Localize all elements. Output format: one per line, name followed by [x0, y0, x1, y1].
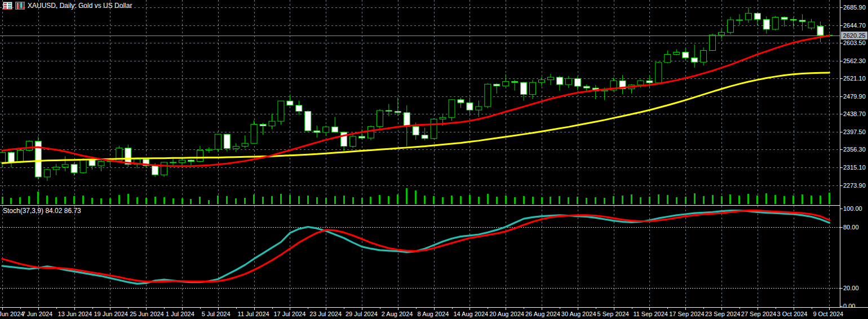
stoch-axis-label-tick — [840, 288, 843, 289]
price-axis-label: 2479.90 — [843, 93, 866, 100]
price-axis-label: 2685.90 — [843, 4, 866, 11]
price-axis-label-tick — [840, 43, 843, 43]
date-label: 11 Sep 2024 — [633, 311, 668, 317]
data-window-icon — [3, 2, 12, 10]
date-label: 5 Sep 2024 — [597, 311, 629, 317]
stoch-main-line — [2, 211, 829, 284]
date-minor-tick — [812, 308, 812, 309]
price-axis-label-tick — [840, 96, 843, 97]
stoch-axis-label-tick — [840, 227, 843, 228]
date-label: 29 Jul 2024 — [346, 311, 378, 317]
date-tick — [218, 308, 219, 310]
date-minor-tick — [200, 308, 201, 309]
date-minor-tick — [164, 308, 165, 309]
date-label: 14 Aug 2024 — [453, 311, 488, 317]
date-tick — [74, 308, 75, 310]
price-axis-label: 2562.30 — [843, 57, 866, 64]
date-label: 26 Aug 2024 — [525, 311, 560, 317]
date-label: 23 Jul 2024 — [309, 311, 342, 317]
price-axis-label: 2356.30 — [843, 146, 866, 153]
date-minor-tick — [452, 308, 453, 309]
price-axis-label: 2603.50 — [843, 39, 866, 46]
date-label: 27 Sep 2024 — [741, 311, 776, 317]
date-minor-tick — [236, 308, 237, 309]
date-tick — [398, 308, 398, 310]
price-axis-label: 2397.50 — [843, 129, 866, 135]
date-minor-tick — [596, 308, 596, 309]
main-price-panel[interactable] — [0, 0, 840, 205]
date-tick — [290, 308, 290, 310]
chart-bars-icon — [15, 2, 25, 10]
date-tick — [829, 308, 830, 310]
price-axis-label-tick — [840, 185, 843, 186]
date-minor-tick — [308, 308, 308, 309]
price-axis-label-tick — [840, 61, 843, 61]
date-tick — [506, 308, 506, 310]
date-tick — [649, 308, 650, 310]
date-label: 30 Aug 2024 — [561, 311, 596, 317]
chart-title-bar: XAUUSD, Daily: Gold vs US Dollar — [3, 2, 132, 10]
date-tick — [254, 308, 255, 310]
time-axis[interactable]: 3 Jun 20247 Jun 202413 Jun 202419 Jun 20… — [0, 308, 868, 319]
price-axis-label-tick — [840, 7, 843, 8]
price-axis-label-tick — [840, 167, 843, 168]
date-label: 3 Jun 2024 — [0, 311, 24, 317]
date-tick — [470, 308, 470, 310]
date-tick — [685, 308, 686, 310]
stoch-axis-label: 20.00 — [843, 285, 859, 291]
date-minor-tick — [20, 308, 21, 309]
chart-window: XAUUSD, Daily: Gold vs US Dollar Stoch(3… — [0, 0, 868, 319]
date-minor-tick — [739, 308, 740, 309]
date-minor-tick — [560, 308, 560, 309]
stoch-axis-label: 80.00 — [843, 224, 859, 231]
date-minor-tick — [272, 308, 273, 309]
date-label: 17 Jul 2024 — [273, 311, 305, 317]
date-tick — [110, 308, 110, 310]
date-tick — [542, 308, 542, 310]
date-tick — [794, 308, 794, 310]
volume-bars — [2, 188, 830, 204]
panel-separator[interactable] — [0, 205, 868, 206]
price-axis-label: 2644.70 — [843, 22, 866, 29]
chart-title: XAUUSD, Daily: Gold vs US Dollar — [28, 2, 132, 10]
date-tick — [758, 308, 758, 310]
date-tick — [434, 308, 435, 310]
date-minor-tick — [488, 308, 488, 309]
date-tick — [2, 308, 3, 310]
date-minor-tick — [703, 308, 704, 309]
current-price-badge: 2620.25 — [841, 32, 867, 39]
stoch-gridlines — [3, 206, 830, 307]
date-tick — [38, 308, 39, 310]
stoch-axis-label: 100.00 — [843, 205, 862, 212]
date-label: 2 Aug 2024 — [382, 311, 413, 317]
date-minor-tick — [776, 308, 776, 309]
date-label: 25 Jun 2024 — [130, 311, 164, 317]
date-minor-tick — [667, 308, 668, 309]
date-tick — [578, 308, 578, 310]
price-axis-label-tick — [840, 25, 843, 26]
date-label: 8 Aug 2024 — [418, 311, 449, 317]
date-minor-tick — [524, 308, 524, 309]
date-minor-tick — [380, 308, 380, 309]
price-axis-label: 2438.70 — [843, 110, 866, 117]
date-tick — [182, 308, 183, 310]
date-label: 23 Sep 2024 — [705, 311, 740, 317]
date-label: 19 Jun 2024 — [94, 311, 128, 317]
stoch-signal-line — [2, 211, 829, 282]
date-minor-tick — [632, 308, 632, 309]
price-axis-label: 2521.10 — [843, 75, 866, 82]
date-minor-tick — [344, 308, 344, 309]
date-tick — [146, 308, 147, 310]
date-tick — [721, 308, 722, 310]
stochastic-panel[interactable] — [0, 206, 840, 307]
price-axis-label: 2315.10 — [843, 164, 866, 171]
date-minor-tick — [128, 308, 129, 309]
price-axis[interactable]: 2620.25 2685.902644.702603.502562.302521… — [840, 0, 868, 307]
date-label: 20 Aug 2024 — [489, 311, 524, 317]
date-minor-tick — [416, 308, 417, 309]
date-tick — [362, 308, 362, 310]
date-label: 7 Jun 2024 — [22, 311, 52, 317]
price-axis-label-tick — [840, 149, 843, 150]
date-label: 17 Sep 2024 — [669, 311, 704, 317]
date-label: 3 Oct 2024 — [777, 311, 808, 317]
